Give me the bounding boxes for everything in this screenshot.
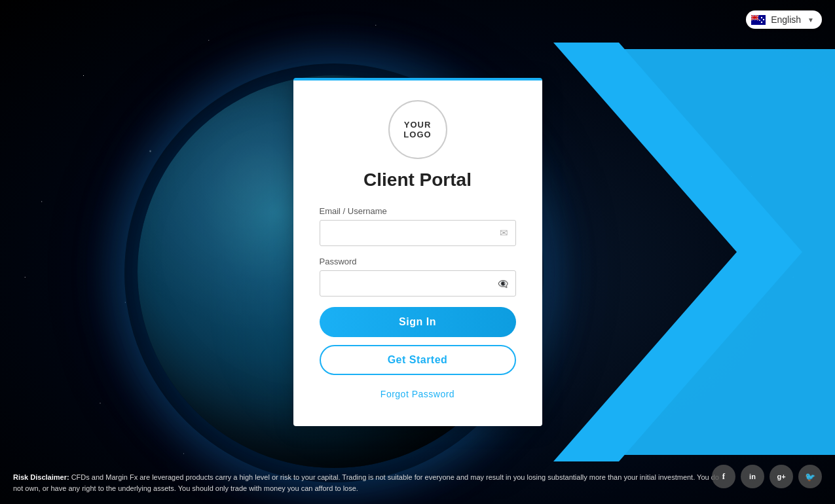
email-input-wrapper: ✉	[320, 220, 516, 246]
disclaimer-bold: Risk Disclaimer:	[13, 473, 69, 481]
facebook-button[interactable]: f	[712, 465, 735, 488]
svg-point-13	[763, 18, 764, 20]
twitter-icon: 🐦	[805, 472, 815, 482]
facebook-icon: f	[722, 471, 725, 482]
email-input[interactable]	[320, 220, 516, 246]
googleplus-icon: g+	[777, 473, 785, 480]
linkedin-icon: in	[749, 473, 756, 480]
email-icon: ✉	[500, 227, 508, 239]
chevron-decoration	[560, 49, 835, 455]
twitter-button[interactable]: 🐦	[798, 465, 822, 488]
login-card: YOUR LOGO Client Portal Email / Username…	[293, 78, 542, 426]
getstarted-button[interactable]: Get Started	[320, 345, 516, 375]
password-input-wrapper: 👁‍🗨	[320, 270, 516, 297]
au-flag-icon	[751, 15, 766, 25]
linkedin-button[interactable]: in	[741, 465, 764, 488]
portal-title: Client Portal	[320, 170, 516, 190]
logo-circle: YOUR LOGO	[388, 100, 447, 159]
email-label: Email / Username	[320, 206, 516, 216]
risk-disclaimer: Risk Disclaimer: CFDs and Margin Fx are …	[13, 472, 730, 494]
svg-point-15	[759, 20, 760, 21]
language-selector[interactable]: English ▼	[746, 10, 822, 29]
googleplus-button[interactable]: g+	[770, 465, 793, 488]
dropdown-chevron-icon: ▼	[807, 16, 814, 24]
logo-line1: YOUR	[404, 120, 432, 130]
language-label: English	[771, 14, 801, 25]
svg-point-14	[761, 21, 762, 22]
disclaimer-text: CFDs and Margin Fx are leveraged product…	[13, 473, 719, 492]
signin-button[interactable]: Sign In	[320, 307, 516, 337]
forgot-password-link[interactable]: Forgot Password	[380, 389, 455, 399]
svg-point-12	[761, 16, 762, 18]
password-input[interactable]	[320, 270, 516, 297]
eye-off-icon: 👁‍🗨	[498, 279, 508, 289]
logo-line2: LOGO	[403, 130, 431, 139]
svg-marker-0	[560, 49, 835, 455]
password-label: Password	[320, 257, 516, 266]
social-icons-container: f in g+ 🐦	[712, 465, 822, 488]
